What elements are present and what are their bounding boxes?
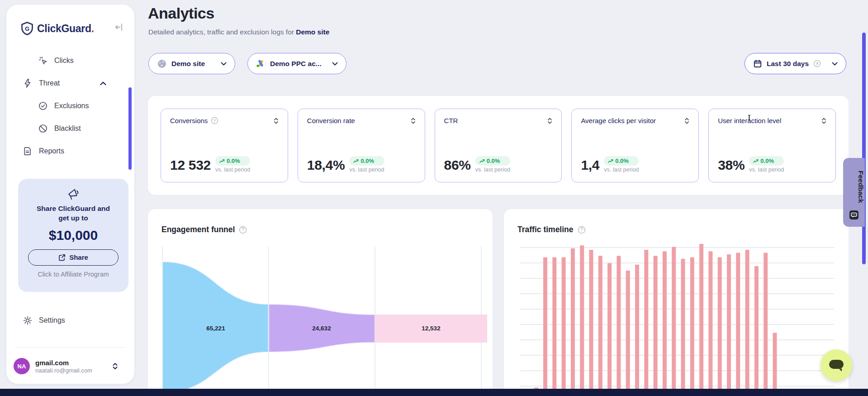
promo-caption: Click to Affiliate Program (18, 271, 128, 278)
funnel-chart: 65,221 24,632 12,532 (161, 242, 487, 396)
ban-icon (38, 124, 48, 134)
feedback-tab[interactable]: Feedback (843, 158, 865, 227)
sidebar-item-label: Exclusions (54, 102, 89, 110)
traffic-bar (589, 250, 593, 392)
text-cursor: I (748, 113, 751, 122)
sidebar-item-label: Clicks (54, 57, 74, 65)
funnel-value-label: 65,221 (206, 325, 225, 332)
sidebar-nav: Clicks Threat Exclusions (6, 49, 134, 162)
active-section-indicator (128, 87, 132, 170)
traffic-bar-chart (517, 240, 840, 396)
traffic-bar (681, 259, 685, 392)
scrollbar-thumb[interactable] (862, 33, 866, 264)
sidebar-item-settings[interactable]: Settings (6, 311, 134, 329)
chevron-up-icon[interactable] (100, 81, 106, 86)
trending-up-icon (353, 159, 359, 163)
chevron-down-icon (332, 62, 338, 66)
chat-launcher-button[interactable] (821, 349, 852, 381)
traffic-chart-title: Traffic timeline (517, 225, 574, 234)
help-icon[interactable]: ? (211, 117, 218, 124)
svg-text:G: G (25, 25, 29, 32)
stat-card-conversions: Conversions ? 12 532 0.0% vs. last perio… (161, 109, 288, 182)
stat-value: 12 532 (170, 157, 211, 173)
compare-label: vs. last period (604, 167, 639, 173)
traffic-bar (754, 266, 759, 392)
help-icon[interactable]: ? (239, 226, 247, 234)
traffic-bar (644, 250, 648, 392)
promo-amount: $10,000 (18, 228, 128, 243)
sort-icon[interactable] (411, 117, 416, 124)
brand-logo[interactable]: G ClickGuard. (21, 21, 120, 36)
page-title: Analytics (148, 5, 214, 22)
google-ads-icon (256, 59, 266, 68)
traffic-bar (543, 257, 547, 392)
date-range-selector[interactable]: Last 30 days ? (745, 53, 846, 74)
help-icon[interactable]: ? (578, 226, 586, 234)
trending-up-icon (219, 159, 225, 163)
svg-text:?: ? (242, 227, 245, 232)
traffic-bar (708, 251, 712, 392)
stat-label: Conversion rate (307, 117, 355, 124)
sidebar-item-clicks[interactable]: Clicks (6, 49, 134, 72)
external-link-icon (58, 254, 66, 261)
traffic-bar (626, 271, 630, 392)
sidebar-divider (15, 347, 125, 348)
avatar: NA (14, 358, 30, 374)
affiliate-promo-card[interactable]: Share ClickGuard and get up to $10,000 S… (18, 179, 128, 292)
sidebar-item-threat[interactable]: Threat (6, 72, 134, 95)
sidebar-item-exclusions[interactable]: Exclusions (6, 95, 134, 117)
trending-up-icon (479, 159, 485, 163)
cursor-click-icon (38, 56, 48, 66)
report-document-icon (23, 146, 33, 156)
stats-panel: Conversions ? 12 532 0.0% vs. last perio… (148, 96, 849, 195)
sidebar-item-reports[interactable]: Reports (6, 140, 134, 162)
compare-label: vs. last period (749, 167, 784, 173)
calendar-icon (753, 59, 762, 68)
traffic-bar (764, 253, 768, 392)
stat-value: 86% (444, 157, 471, 173)
sidebar-item-blacklist[interactable]: Blacklist (6, 117, 134, 140)
trending-up-icon (753, 159, 759, 163)
site-selector[interactable]: Demo site (148, 53, 235, 74)
traffic-bar (635, 265, 639, 392)
account-email: naatali.ro@gmail.com (35, 367, 92, 374)
delta-badge: 0.0% (215, 156, 250, 166)
delta-badge: 0.0% (349, 156, 384, 166)
promo-title-line2: get up to (18, 214, 128, 223)
sidebar: G ClickGuard. Clicks Threat (6, 5, 134, 384)
sort-icon[interactable] (684, 117, 689, 124)
sidebar-collapse-icon[interactable] (114, 22, 125, 33)
help-icon[interactable]: ? (813, 60, 821, 67)
sort-icon[interactable] (547, 117, 552, 124)
sidebar-item-label: Blacklist (54, 124, 81, 133)
funnel-value-label: 12,532 (422, 325, 440, 332)
funnel-chart-title: Engagement funnel (161, 225, 235, 234)
traffic-bar (718, 257, 722, 392)
brand-name: ClickGuard (37, 23, 91, 34)
delta-value: 0.0% (615, 157, 629, 164)
chevron-down-icon (221, 62, 227, 66)
compare-label: vs. last period (349, 167, 384, 173)
traffic-bar (654, 256, 658, 392)
traffic-bar (580, 245, 584, 392)
stat-card-ctr: CTR 86% 0.0% vs. last period (435, 109, 562, 182)
site-selector-value: Demo site (171, 60, 205, 68)
sort-icon[interactable] (274, 117, 279, 124)
chat-bubble-icon (828, 359, 844, 372)
traffic-bar (727, 254, 731, 392)
compare-label: vs. last period (215, 167, 250, 173)
page-subtitle-site: Demo site (296, 28, 329, 36)
traffic-bar (773, 333, 777, 392)
stat-label: Conversions (170, 117, 208, 124)
traffic-bar (598, 256, 602, 392)
ppc-account-selector[interactable]: Demo PPC ac... (247, 53, 346, 74)
feedback-chat-icon (849, 210, 859, 219)
chevron-up-down-icon (112, 362, 118, 370)
traffic-bar (663, 251, 667, 392)
account-switcher[interactable]: NA gmail.com naatali.ro@gmail.com (6, 353, 134, 379)
lightning-icon (23, 78, 33, 88)
delta-value: 0.0% (360, 157, 374, 164)
share-button[interactable]: Share (28, 249, 119, 266)
delta-badge: 0.0% (475, 156, 510, 166)
sort-icon[interactable] (821, 117, 826, 124)
